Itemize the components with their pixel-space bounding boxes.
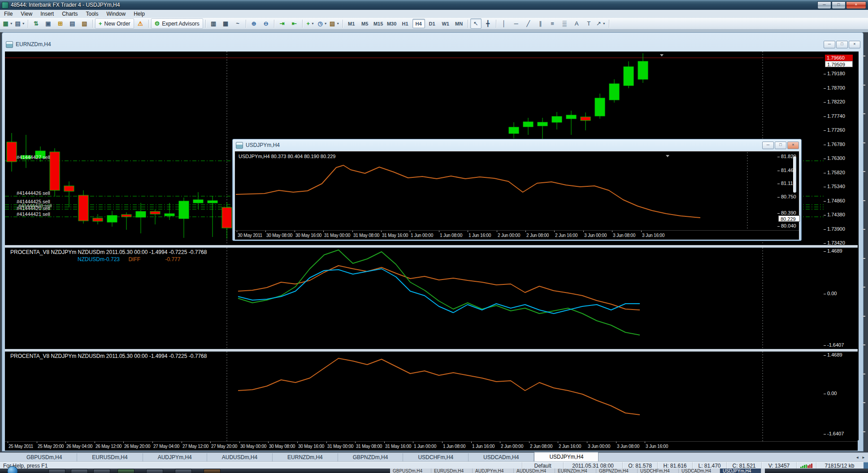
- templates-caret-icon[interactable]: ▼: [336, 22, 339, 25]
- chart-shift-icon[interactable]: ⇤: [289, 18, 300, 29]
- tab-scroll-left-icon[interactable]: ◄: [855, 456, 859, 460]
- timeframe-h1[interactable]: H1: [399, 19, 412, 28]
- menu-item-view[interactable]: View: [17, 10, 36, 17]
- menu-item-window[interactable]: Window: [103, 10, 130, 17]
- tab-usdjpym-h4[interactable]: USDJPYm,H4: [534, 452, 599, 462]
- popup-restore-button[interactable]: □: [775, 142, 786, 149]
- timeframe-m1[interactable]: M1: [345, 19, 358, 28]
- periods-icon[interactable]: ◷▼: [317, 18, 328, 29]
- terminal-icon[interactable]: ▤: [67, 18, 78, 29]
- text-label-icon[interactable]: T: [583, 18, 595, 29]
- taskbar-app-icon[interactable]: [117, 469, 135, 473]
- profiles-icon[interactable]: ▤▼: [14, 18, 26, 29]
- chart-bars-icon[interactable]: ▥: [208, 18, 219, 29]
- zoom-out-icon[interactable]: ⊖: [260, 18, 272, 29]
- timeframe-mn[interactable]: MN: [453, 19, 465, 28]
- taskbar-app-icon[interactable]: [93, 469, 110, 473]
- text-icon[interactable]: A: [571, 18, 582, 29]
- indicator2-scale-label: 0.00: [827, 391, 837, 396]
- app-restore-button[interactable]: □: [832, 1, 846, 9]
- tab-usdcadm-h4[interactable]: USDCADm,H4: [469, 453, 534, 462]
- panel-separator-2[interactable]: [5, 349, 858, 352]
- arrows-icon[interactable]: ↗▼: [595, 18, 607, 29]
- popup-window-usdjpy[interactable]: USDJPYm,H4 ─ □ × USDJPYm,H4 80.373 80.40…: [232, 139, 802, 241]
- arrows-caret-icon[interactable]: ▼: [603, 22, 606, 25]
- new-order-button[interactable]: +New Order: [95, 18, 134, 29]
- data-window-icon[interactable]: ▣: [43, 18, 54, 29]
- tab-scroll-right-icon[interactable]: ►: [862, 456, 865, 460]
- time-axis-label: 2 Jun 16:00: [559, 444, 581, 449]
- popup-minimize-button[interactable]: ─: [762, 142, 774, 149]
- taskbar-app-icon[interactable]: [48, 469, 65, 473]
- time-axis[interactable]: 25 May 201125 May 20:0026 May 04:0026 Ma…: [5, 441, 858, 451]
- app-titlebar[interactable]: 48544: Interbank FX Trader 4 - USDJPYm,H…: [0, 0, 868, 10]
- chart-window-eurnzd[interactable]: EURNZDm,H4 ─ □ × #41444427 sell#41444426…: [2, 32, 864, 452]
- indicators-caret-icon[interactable]: ▼: [311, 22, 314, 25]
- timeframe-h4[interactable]: H4: [412, 19, 425, 28]
- zoom-in-icon[interactable]: ⊕: [248, 18, 260, 29]
- taskbar-app-icon[interactable]: [71, 469, 88, 473]
- popup-titlebar[interactable]: USDJPYm,H4 ─ □ ×: [235, 140, 799, 150]
- auto-scroll-icon[interactable]: ⇥: [277, 18, 288, 29]
- metaquotes-alert-icon[interactable]: ⚠: [135, 18, 146, 29]
- horizontal-line-icon[interactable]: ─: [511, 18, 522, 29]
- taskbar-app-icon[interactable]: [146, 469, 163, 473]
- app-close-button[interactable]: ×: [846, 1, 866, 9]
- crosshair-icon[interactable]: ╋: [482, 18, 494, 29]
- cursor-icon[interactable]: ↖: [470, 18, 482, 29]
- market-watch-icon[interactable]: ⇅: [30, 18, 42, 29]
- new-chart-icon[interactable]: ▦▼: [2, 18, 13, 29]
- timeframe-m5[interactable]: M5: [359, 19, 371, 28]
- fibonacci-icon[interactable]: ≡: [547, 18, 558, 29]
- timeframe-m15[interactable]: M15: [372, 19, 385, 28]
- menu-item-insert[interactable]: Insert: [36, 10, 58, 17]
- strategy-tester-icon[interactable]: ▧: [79, 18, 90, 29]
- windows-taskbar[interactable]: GBPUSDm,H4EURUSDm,H4AUDJPYm,H4AUDUSDm,H4…: [0, 469, 868, 473]
- indicator2-canvas[interactable]: [5, 352, 824, 441]
- navigator-icon[interactable]: ⊞: [55, 18, 66, 29]
- chart-line-icon[interactable]: ~: [232, 18, 243, 29]
- taskbar-app-icon[interactable]: [175, 469, 192, 473]
- popup-close-button[interactable]: ×: [787, 142, 799, 149]
- menu-item-file[interactable]: File: [0, 10, 17, 17]
- timeframe-m30[interactable]: M30: [386, 19, 398, 28]
- trendline-icon[interactable]: ╱: [523, 18, 534, 29]
- templates-icon[interactable]: ▨▼: [329, 18, 340, 29]
- grid-icon[interactable]: ▒: [559, 18, 570, 29]
- equidistant-channel-icon[interactable]: ∥: [535, 18, 546, 29]
- periods-caret-icon[interactable]: ▼: [324, 22, 327, 25]
- indicators-icon[interactable]: +▼: [305, 18, 316, 29]
- vertical-line-icon[interactable]: │: [499, 18, 510, 29]
- popup-time-axis-label: 1 Jun 08:00: [440, 233, 462, 238]
- app-minimize-button[interactable]: ─: [817, 1, 831, 9]
- chart-window-titlebar[interactable]: EURNZDm,H4 ─ □ ×: [5, 39, 860, 50]
- menu-item-tools[interactable]: Tools: [82, 10, 103, 17]
- tab-usdchfm-h4[interactable]: USDCHFm,H4: [403, 453, 469, 462]
- chart-close-button[interactable]: ×: [849, 41, 860, 48]
- chart-candles-icon[interactable]: ▦: [220, 18, 231, 29]
- chart-restore-button[interactable]: □: [836, 41, 848, 48]
- popup-price-scale[interactable]: 81.82081.46081.11080.75080.39080.04080.2…: [777, 151, 799, 229]
- indicator1-canvas[interactable]: [5, 248, 824, 349]
- tab-gbpnzdm-h4[interactable]: GBPNZDm,H4: [338, 453, 404, 462]
- tab-gbpusdm-h4[interactable]: GBPUSDm,H4: [12, 453, 77, 462]
- tab-eurnzdm-h4[interactable]: EURNZDm,H4: [273, 453, 338, 462]
- chart-minimize-button[interactable]: ─: [824, 41, 835, 48]
- menu-item-charts[interactable]: Charts: [58, 10, 82, 17]
- time-axis-label: 30 May 08:00: [269, 444, 295, 449]
- timeframe-w1[interactable]: W1: [439, 19, 452, 28]
- panel-separator-1[interactable]: [5, 245, 858, 248]
- popup-scale-label: 81.460: [781, 168, 796, 173]
- popup-chart-canvas[interactable]: [236, 152, 777, 230]
- menu-item-help[interactable]: Help: [130, 10, 149, 17]
- popup-scrollbar-thumb[interactable]: [793, 156, 796, 193]
- new-chart-caret-icon[interactable]: ▼: [10, 22, 13, 25]
- expert-advisors-button[interactable]: ⚙Expert Advisors: [151, 18, 203, 29]
- taskbar-app-icon[interactable]: [204, 469, 221, 473]
- tab-audusdm-h4[interactable]: AUDUSDm,H4: [207, 453, 273, 462]
- popup-time-axis[interactable]: 30 May 201130 May 08:0030 May 16:0031 Ma…: [235, 230, 799, 240]
- profiles-caret-icon[interactable]: ▼: [22, 22, 25, 25]
- tab-audjpym-h4[interactable]: AUDJPYm,H4: [143, 453, 207, 462]
- timeframe-d1[interactable]: D1: [426, 19, 438, 28]
- tab-eurusdm-h4[interactable]: EURUSDm,H4: [77, 453, 143, 462]
